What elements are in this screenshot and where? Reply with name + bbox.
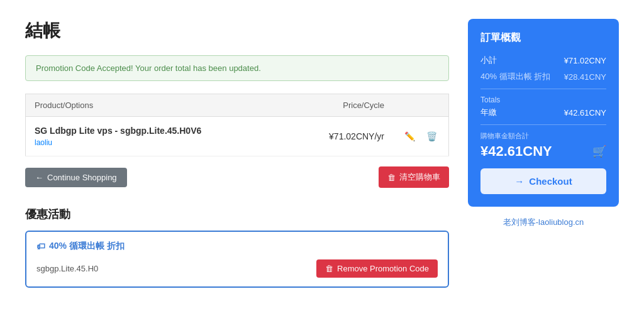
- cart-total-label: 購物車金額合計: [480, 131, 606, 141]
- product-col-header: Product/Options: [26, 94, 289, 117]
- arrow-right-icon: →: [514, 176, 524, 187]
- cart-total-amount-row: ¥42.61CNY 🛒: [480, 143, 606, 160]
- promo-alert: Promotion Code Accepted! Your order tota…: [25, 55, 449, 81]
- continue-shopping-button[interactable]: ← Continue Shopping: [25, 168, 127, 187]
- page-title: 結帳: [25, 19, 449, 43]
- arrow-left-icon: ←: [35, 173, 43, 182]
- cart-total-section: 購物車金額合計 ¥42.61CNY 🛒: [480, 131, 606, 160]
- discount-value: ¥28.41CNY: [564, 72, 606, 82]
- trash-icon: 🗑: [387, 173, 396, 182]
- summary-divider2: [480, 124, 606, 125]
- price-col-header: Price/Cycle: [289, 94, 393, 117]
- cart-footer: ← Continue Shopping 🗑 清空購物車: [25, 166, 449, 188]
- table-row: SG Ldbgp Lite vps - sgbgp.Lite.45.H0V6 l…: [26, 117, 449, 156]
- cart-table: Product/Options Price/Cycle SG Ldbgp Lit…: [25, 94, 449, 156]
- tag-icon: 🏷: [36, 241, 45, 251]
- clear-cart-button[interactable]: 🗑 清空購物車: [379, 166, 449, 188]
- remove-promo-button[interactable]: 🗑 Remove Promotion Code: [316, 259, 438, 278]
- promo-card: 🏷 40% 循環出帳 折扣 sgbgp.Lite.45.H0 🗑 Remove …: [25, 231, 449, 288]
- yearly-value: ¥42.61CNY: [564, 108, 606, 117]
- yearly-label: 年繳: [480, 107, 497, 118]
- checkout-button[interactable]: → Checkout: [480, 168, 606, 194]
- order-summary-card: 訂單概觀 小計 ¥71.02CNY 40% 循環出帳 折扣 ¥28.41CNY …: [468, 19, 619, 207]
- promo-code-text: sgbgp.Lite.45.H0: [36, 264, 98, 273]
- product-name: SG Ldbgp Lite vps - sgbgp.Lite.45.H0V6: [35, 126, 280, 136]
- edit-item-button[interactable]: ✏️: [402, 130, 418, 143]
- blog-link: 老刘博客-laoliublog.cn: [468, 217, 619, 228]
- subtotal-label: 小計: [480, 55, 497, 66]
- subtotal-value: ¥71.02CNY: [564, 56, 606, 65]
- promo-card-footer: sgbgp.Lite.45.H0 🗑 Remove Promotion Code: [36, 259, 438, 278]
- discount-label: 40% 循環出帳 折扣: [480, 71, 550, 82]
- subtotal-row: 小計 ¥71.02CNY: [480, 55, 606, 66]
- order-summary-title: 訂單概觀: [480, 31, 606, 45]
- trash-icon-promo: 🗑: [325, 264, 333, 273]
- totals-label-row: Totals: [480, 95, 606, 104]
- product-price: ¥71.02CNY/yr: [289, 117, 393, 156]
- yearly-row: 年繳 ¥42.61CNY: [480, 107, 606, 118]
- sidebar: 訂單概觀 小計 ¥71.02CNY 40% 循環出帳 折扣 ¥28.41CNY …: [468, 19, 619, 288]
- cart-total-amount: ¥42.61CNY: [480, 143, 552, 160]
- promo-card-title: 🏷 40% 循環出帳 折扣: [36, 241, 438, 252]
- delete-item-button[interactable]: 🗑️: [424, 130, 440, 143]
- product-sub: laoliu: [35, 138, 280, 147]
- discount-row: 40% 循環出帳 折扣 ¥28.41CNY: [480, 71, 606, 82]
- summary-divider: [480, 89, 606, 89]
- promotions-section-title: 優惠活動: [25, 207, 449, 222]
- cart-icon: 🛒: [592, 144, 606, 158]
